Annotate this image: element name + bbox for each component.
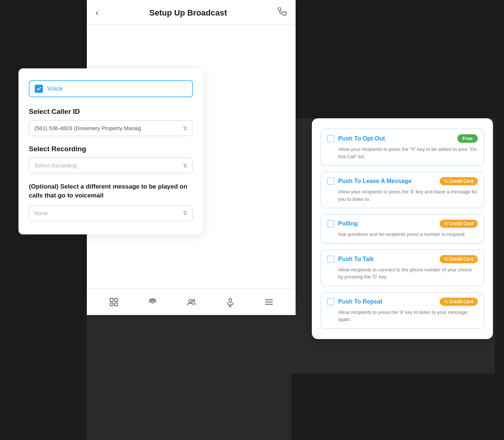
push-repeat-checkbox[interactable]: [327, 298, 334, 305]
leave-message-checkbox[interactable]: [327, 177, 334, 185]
feature-card-opt-out-header: Push To Opt-Out Free: [327, 134, 478, 143]
svg-point-6: [193, 299, 195, 302]
leave-message-badge: ½ Credit Card: [440, 177, 478, 185]
push-repeat-desc: Allow recipients to press the '9' key to…: [327, 309, 478, 323]
leave-message-title: Push To Leave A Message: [338, 178, 412, 185]
nav-menu[interactable]: [261, 294, 277, 310]
recording-label: Select Recording: [29, 145, 193, 153]
caller-id-dropdown[interactable]: (561) 536-4803 (Dreamery Property Manag …: [29, 120, 193, 136]
feature-card-leave-message: Push To Leave A Message ½ Credit Card Al…: [321, 172, 484, 208]
feature-card-push-talk-left: Push To Talk: [327, 255, 374, 263]
feature-card-polling-left: Polling: [327, 220, 358, 227]
chevron-down-icon-3: ⇅: [183, 210, 187, 216]
feature-card-polling: Polling ½ Credit Card Ask questions and …: [321, 214, 484, 244]
feature-card-push-talk-header: Push To Talk ½ Credit Card: [327, 255, 478, 263]
svg-point-4: [151, 301, 154, 303]
optional-label: (Optional) Select a different message to…: [29, 182, 193, 200]
nav-contacts[interactable]: [183, 294, 200, 310]
chevron-down-icon: ⇅: [183, 125, 187, 131]
feature-card-leave-message-header: Push To Leave A Message ½ Credit Card: [327, 177, 478, 185]
svg-rect-7: [229, 298, 231, 303]
push-talk-badge: ½ Credit Card: [440, 255, 478, 263]
opt-out-checkbox[interactable]: [327, 135, 334, 142]
feature-card-opt-out: Push To Opt-Out Free Allow your recipien…: [321, 129, 484, 166]
phone-header: ‹ Setup Up Broadcast: [87, 0, 296, 25]
left-card: Voice Select Caller ID (561) 536-4803 (D…: [18, 68, 203, 234]
leave-message-desc: Allow your recipients to press the '8' k…: [327, 188, 478, 203]
push-talk-desc: Allow recipients to connect to the phone…: [327, 266, 478, 281]
feature-card-polling-header: Polling ½ Credit Card: [327, 220, 478, 228]
polling-desc: Ask questions and let recipients press a…: [327, 231, 478, 238]
feature-card-push-talk: Push To Talk ½ Credit Card Allow recipie…: [321, 250, 484, 286]
bg-top-right: [292, 0, 504, 118]
nav-grid[interactable]: [106, 294, 122, 310]
svg-point-5: [189, 299, 192, 302]
svg-rect-1: [115, 298, 118, 301]
svg-rect-3: [115, 303, 118, 306]
bg-bottom-right: [292, 373, 504, 440]
feature-card-push-repeat-header: Push To Repeat ½ Credit Card: [327, 298, 478, 306]
opt-out-badge: Free: [457, 134, 478, 143]
recording-dropdown[interactable]: Select Recording ⇅: [29, 158, 193, 173]
voicemail-dropdown[interactable]: None ⇅: [29, 205, 193, 221]
back-button[interactable]: ‹: [96, 8, 98, 18]
chevron-down-icon-2: ⇅: [183, 163, 187, 169]
opt-out-title: Push To Opt-Out: [338, 135, 385, 142]
feature-card-push-repeat-left: Push To Repeat: [327, 298, 382, 305]
voicemail-placeholder: None: [34, 210, 48, 216]
feature-card-opt-out-left: Push To Opt-Out: [327, 135, 385, 142]
polling-title: Polling: [338, 220, 358, 227]
feature-card-push-repeat: Push To Repeat ½ Credit Card Allow recip…: [321, 292, 484, 329]
bg-middle-right: [495, 117, 504, 439]
voice-label: Voice: [47, 85, 63, 92]
phone-icon: [278, 7, 287, 18]
caller-id-label: Select Caller ID: [29, 108, 193, 116]
voice-checkbox-row[interactable]: Voice: [29, 80, 193, 97]
feature-card-leave-message-left: Push To Leave A Message: [327, 177, 412, 185]
polling-checkbox[interactable]: [327, 220, 334, 227]
nav-broadcast[interactable]: [144, 294, 161, 310]
right-panel: Push To Opt-Out Free Allow your recipien…: [312, 118, 493, 339]
polling-badge: ½ Credit Card: [440, 220, 478, 228]
nav-microphone[interactable]: [222, 294, 238, 310]
voice-checkbox[interactable]: [35, 85, 43, 93]
push-repeat-badge: ½ Credit Card: [440, 298, 478, 306]
push-talk-checkbox[interactable]: [327, 255, 334, 263]
push-talk-title: Push To Talk: [338, 256, 374, 263]
bottom-nav: [87, 288, 296, 315]
push-repeat-title: Push To Repeat: [338, 298, 382, 305]
svg-rect-0: [110, 298, 113, 301]
page-title: Setup Up Broadcast: [149, 8, 227, 18]
svg-rect-2: [110, 303, 113, 306]
caller-id-value: (561) 536-4803 (Dreamery Property Manag: [34, 125, 141, 131]
recording-placeholder: Select Recording: [34, 162, 76, 169]
opt-out-desc: Allow your recipients to press the "6" k…: [327, 146, 478, 160]
